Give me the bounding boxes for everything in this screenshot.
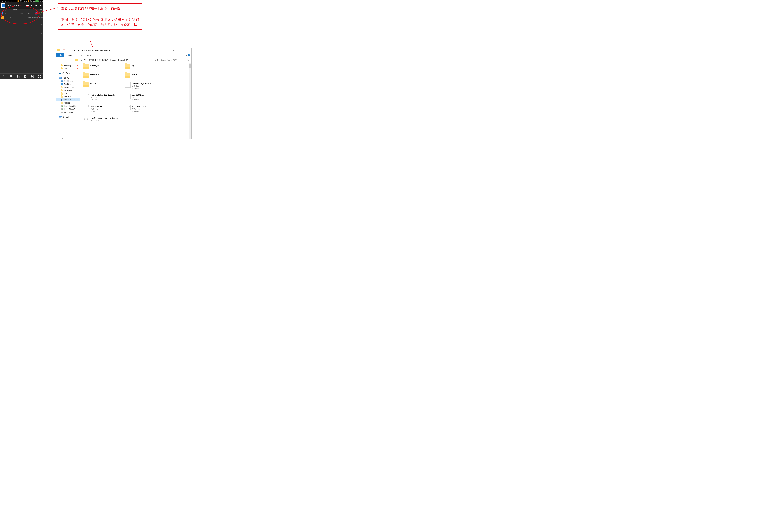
search-input[interactable]: Search DamonPS2 <box>160 58 190 62</box>
file-item[interactable]: sstates <box>83 82 123 90</box>
svg-rect-5 <box>10 75 12 77</box>
file-row[interactable]: sstates <dir> 2018/2/27 09:42 <box>0 15 43 20</box>
nav-forward-button[interactable]: → <box>62 58 65 62</box>
nav-downloads[interactable]: Downloads <box>56 89 80 92</box>
minimize-button[interactable] <box>170 48 177 53</box>
file-name: sstates <box>6 16 11 19</box>
file-item[interactable]: memcards <box>83 73 123 78</box>
current-path: /storage/emulated/0/DamonPS2 <box>1 9 24 11</box>
file-item[interactable]: logs <box>125 64 165 69</box>
refresh-icon[interactable]: ⟳ <box>157 59 158 61</box>
nav-quick-access-item[interactable]: temp2📌 <box>56 67 80 70</box>
paste-icon[interactable] <box>16 75 20 78</box>
pane-right-arrow-icon[interactable]: ⇨ <box>41 24 42 26</box>
nav-videos[interactable]: Videos <box>56 101 80 104</box>
nav-samsung-device[interactable]: SAMSUNG-SM-G <box>56 98 80 101</box>
svg-rect-29 <box>59 116 60 117</box>
pane-right-arrow-icon[interactable]: ⇨ <box>41 16 42 19</box>
more-icon[interactable] <box>39 4 42 7</box>
file-name: snaps <box>132 73 137 76</box>
app-launcher-icon[interactable] <box>1 3 5 8</box>
tab-share[interactable]: Share <box>74 53 84 57</box>
folder-pair-icon[interactable] <box>26 4 29 7</box>
qat-dropdown-icon[interactable]: ▾ <box>66 49 66 51</box>
scrollbar-thumb[interactable] <box>189 64 191 68</box>
breadcrumb-segment[interactable]: Phone <box>110 59 117 61</box>
nav-music[interactable]: Music <box>56 92 80 95</box>
chevron-right-icon[interactable]: › <box>129 59 129 61</box>
tab-file[interactable]: File <box>56 53 64 57</box>
sort-icon[interactable]: Z <box>31 75 34 78</box>
nav-wd-gold[interactable]: WD Gold (F:) <box>56 111 80 114</box>
qat-properties-icon[interactable]: ☑ <box>63 49 65 52</box>
file-item[interactable]: The Suffering - Ties That Bind.isoDisc I… <box>83 117 123 122</box>
nav-documents[interactable]: Documents <box>56 86 80 89</box>
file-item[interactable]: snaps <box>125 73 165 78</box>
nav-local-disk-c[interactable]: Local Disk (C:) <box>56 104 80 108</box>
battery-icon <box>35 0 38 2</box>
svg-rect-15 <box>38 77 39 78</box>
maximize-button[interactable] <box>177 48 184 53</box>
chevron-right-icon[interactable]: › <box>87 59 88 61</box>
scroll-down-icon[interactable]: ▾ <box>189 136 191 139</box>
select-icon[interactable] <box>2 75 5 78</box>
pane-right-arrow-icon[interactable]: ⇨ <box>41 32 42 34</box>
up-nav-row[interactable]: .. 37.0 G / 112.4 G <box>0 11 43 15</box>
chevron-right-icon[interactable]: › <box>117 59 117 61</box>
breadcrumb-segment[interactable]: SAMSUNG-SM-G935A <box>88 59 108 61</box>
search-icon[interactable] <box>34 4 38 7</box>
file-name: memcards <box>90 73 99 76</box>
toolbar: Z <box>0 73 43 79</box>
tab-home[interactable]: Home <box>64 53 74 57</box>
help-icon[interactable]: ? <box>188 54 190 56</box>
file-item[interactable]: scph39001.MECMEC File4 bytes <box>83 105 123 112</box>
ribbon-expand-icon[interactable]: ⌄ <box>186 54 187 56</box>
breadcrumb-dropdown-icon[interactable]: ⌄ <box>155 59 156 61</box>
nav-onedrive[interactable]: OneDrive <box>56 72 80 75</box>
nav-3d-objects[interactable]: 3D Objects <box>56 79 80 82</box>
refresh-icon[interactable] <box>39 11 42 15</box>
nav-local-disk-d[interactable]: Local Disk (D:) <box>56 108 80 111</box>
pane-right-arrow-icon[interactable]: ⇨ <box>41 9 42 11</box>
nav-back-button[interactable]: ← <box>57 58 61 62</box>
tab-view[interactable]: View <box>84 53 93 57</box>
nav-network[interactable]: Network <box>56 115 80 119</box>
bookmark-icon[interactable] <box>30 4 33 7</box>
breadcrumb-folder-icon <box>75 59 78 61</box>
chevron-right-icon[interactable]: › <box>78 59 79 61</box>
nav-up-button[interactable]: ↑ <box>70 58 74 62</box>
network-icon <box>59 116 62 118</box>
svg-line-1 <box>36 6 37 7</box>
chevron-right-icon[interactable]: › <box>109 59 109 61</box>
nav-quick-access-item[interactable]: Audacity📌 <box>56 64 80 67</box>
pane-right-arrow-icon[interactable]: ⇨ <box>41 28 42 30</box>
breadcrumb-segment[interactable]: DamonPS2 <box>118 59 128 61</box>
file-list-pane[interactable]: cheats_wslogsmemcardssnapssstatesGameInd… <box>80 63 191 139</box>
up-label: .. <box>5 12 6 14</box>
nav-this-pc[interactable]: This PC <box>56 76 80 79</box>
delete-icon[interactable] <box>24 75 27 78</box>
status-carrier-1: 移动 4G HD <box>20 0 27 2</box>
folder-icon <box>83 64 89 69</box>
vertical-scrollbar[interactable]: ▴ ▾ <box>189 63 191 139</box>
nav-recent-dropdown[interactable]: ▾ <box>66 58 70 62</box>
up-arrow-icon[interactable] <box>1 11 4 15</box>
search-icon[interactable] <box>187 59 190 61</box>
grid-icon[interactable] <box>38 75 41 78</box>
file-item[interactable]: scph39001.binBIN File4.00 MB <box>125 94 165 101</box>
navigation-pane[interactable]: Audacity📌 temp2📌 OneDrive This PC 3D Obj… <box>56 63 80 139</box>
breadcrumb[interactable]: › This PC › SAMSUNG-SM-G935A › Phone › D… <box>75 58 159 62</box>
current-path-row[interactable]: /storage/emulated/0/DamonPS2 0/1 <box>0 9 43 11</box>
svg-point-2 <box>40 4 41 5</box>
nav-desktop[interactable]: Desktop <box>56 82 80 86</box>
breadcrumb-segment[interactable]: This PC <box>79 59 87 61</box>
copy-icon[interactable] <box>9 75 12 78</box>
file-item[interactable]: MyGameIndex_20171209.dbfDBF File5.40 KB <box>83 94 123 101</box>
file-item[interactable]: GameIndex_20170329.dbfDBF File1.20 MB <box>125 82 165 90</box>
home-icon[interactable] <box>34 11 38 15</box>
file-item[interactable]: scph39001.NVMNVM File1.00 KB <box>125 105 165 112</box>
close-button[interactable] <box>184 48 191 53</box>
file-type-label: Disc Image File <box>91 119 118 122</box>
nav-pictures[interactable]: Pictures <box>56 95 80 98</box>
file-item[interactable]: cheats_ws <box>83 64 123 69</box>
